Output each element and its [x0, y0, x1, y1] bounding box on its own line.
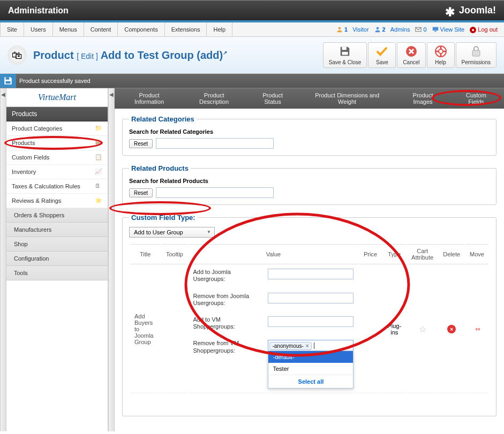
tag-anonymous: -anonymous- ×	[269, 342, 311, 350]
caret-icon	[314, 342, 314, 349]
row-tooltip	[161, 265, 187, 393]
menu-components[interactable]: Components	[118, 22, 164, 36]
save-close-button[interactable]: Save & Close	[323, 42, 367, 68]
floppy-icon	[339, 45, 351, 58]
title-bar: 🛍 Product [ Edit ] Add to Test Group (ad…	[0, 37, 504, 74]
help-button[interactable]: Help	[427, 42, 455, 68]
main-panel: Product Information Product Description …	[115, 88, 504, 431]
calc-icon: 🗓	[95, 182, 102, 190]
cancel-button[interactable]: Cancel	[397, 42, 425, 68]
related-categories-reset-button[interactable]: Reset	[129, 139, 153, 148]
menu-help[interactable]: Help	[207, 22, 232, 36]
add-vm-input[interactable]	[268, 316, 353, 327]
related-categories-label: Search for Related Categories	[129, 128, 490, 135]
col-title: Title	[130, 244, 160, 264]
chart-icon: 📈	[95, 168, 102, 176]
related-products-search-input[interactable]	[156, 187, 274, 198]
content-area: Related Categories Search for Related Ca…	[115, 109, 504, 431]
main-menu: Site Users Menus Content Components Exte…	[0, 22, 232, 36]
tab-product-status[interactable]: Product Status	[246, 88, 299, 109]
visitors-link[interactable]: 1 Visitor	[336, 26, 369, 33]
row-cart-attr: ☆	[407, 265, 438, 393]
tab-custom-fields[interactable]: Custom Fields	[450, 88, 502, 109]
custom-field-type-legend: Custom Field Type:	[129, 214, 198, 222]
remove-vm-input[interactable]: -anonymous- ×	[268, 340, 353, 352]
tag-remove-icon[interactable]: ×	[306, 343, 309, 349]
col-tooltip: Tooltip	[161, 244, 187, 264]
row-title: Add Buyers to Joomla Group	[130, 265, 160, 393]
sidebar-sub-shop[interactable]: Shop	[6, 237, 108, 252]
sidebar-item-products[interactable]: Products📦	[6, 136, 108, 150]
row-move: ⇔	[465, 265, 488, 393]
star-outline-icon[interactable]: ☆	[419, 325, 426, 334]
combo-option-tester[interactable]: Tester	[268, 363, 353, 375]
delete-icon[interactable]: ×	[447, 325, 456, 333]
combo-option-default[interactable]: -default-	[268, 351, 353, 363]
tab-product-dimensions[interactable]: Product Dimensions and Weight	[299, 88, 395, 109]
tab-product-information[interactable]: Product Information	[117, 88, 182, 109]
move-icon[interactable]: ⇔	[475, 325, 479, 333]
menu-content[interactable]: Content	[84, 22, 118, 36]
related-categories-fieldset: Related Categories Search for Related Ca…	[122, 115, 497, 156]
tab-product-images[interactable]: Product Images	[395, 88, 450, 109]
sidebar-item-product-categories[interactable]: Product Categories📁	[6, 121, 108, 136]
lock-icon	[471, 45, 482, 58]
menu-site[interactable]: Site	[0, 22, 24, 36]
save-success-icon	[0, 74, 16, 88]
svg-rect-6	[342, 52, 348, 55]
custom-field-type-dropdown[interactable]: Add to User Group	[129, 227, 215, 238]
permissions-button[interactable]: Permissions	[456, 42, 497, 68]
message-bar: Product successfully saved	[0, 74, 504, 88]
menu-menus[interactable]: Menus	[53, 22, 84, 36]
tab-product-description[interactable]: Product Description	[182, 88, 246, 109]
sidebar-header: Products	[6, 107, 108, 121]
sidebar-toggle-left[interactable]: ◀	[0, 88, 6, 431]
add-joomla-label: Add to Joomla Usergroups:	[193, 269, 261, 283]
combo-dropdown: -default- Tester Select all	[268, 351, 353, 389]
mail-icon	[415, 26, 422, 33]
tab-bar: Product Information Product Description …	[115, 88, 504, 109]
admins-link[interactable]: 2 Admins	[374, 26, 410, 33]
view-site-link[interactable]: View Site	[432, 26, 465, 33]
admin-icon	[374, 26, 381, 33]
product-icon: 🛍	[7, 45, 27, 65]
sidebar-sub-tools[interactable]: Tools	[6, 266, 108, 280]
col-price: Price	[359, 244, 381, 264]
logout-link[interactable]: ● Log out	[470, 26, 498, 33]
remove-joomla-input[interactable]	[268, 293, 353, 303]
sidebar: VirtueMart Products Product Categories📁 …	[6, 88, 108, 431]
top-bar: Site Users Menus Content Components Exte…	[0, 20, 504, 37]
menu-extensions[interactable]: Extensions	[165, 22, 207, 36]
sidebar-item-inventory[interactable]: Inventory📈	[6, 165, 108, 179]
folder-icon: 📁	[95, 125, 102, 132]
related-products-reset-button[interactable]: Reset	[129, 188, 153, 197]
combo-select-all[interactable]: Select all	[268, 375, 353, 388]
add-joomla-input[interactable]	[268, 269, 353, 279]
related-products-label: Search for Related Products	[129, 178, 490, 184]
save-button[interactable]: Save	[368, 42, 396, 68]
svg-point-1	[376, 27, 379, 30]
messages-link[interactable]: 0	[415, 26, 426, 33]
related-categories-search-input[interactable]	[156, 138, 274, 149]
related-categories-legend: Related Categories	[129, 115, 197, 123]
sidebar-item-taxes[interactable]: Taxes & Calculation Rules🗓	[6, 179, 108, 194]
sidebar-sub-configuration[interactable]: Configuration	[6, 252, 108, 266]
col-cart-attr: Cart Attribute	[407, 244, 438, 264]
status-area: 1 Visitor 2 Admins 0 View Site ● Log out	[330, 22, 504, 36]
remove-joomla-label: Remove from Joomla Usergroups:	[193, 293, 261, 307]
sidebar-item-reviews[interactable]: Reviews & Ratings⭐	[6, 194, 108, 208]
sidebar-item-custom-fields[interactable]: Custom Fields📋	[6, 150, 108, 165]
sidebar-sub-manufacturers[interactable]: Manufacturers	[6, 223, 108, 237]
svg-rect-5	[342, 47, 347, 50]
menu-users[interactable]: Users	[24, 22, 53, 36]
check-icon	[375, 45, 388, 58]
joomla-icon	[445, 5, 456, 16]
row-value: Add to Joomla Usergroups: Remove from Jo…	[189, 265, 358, 393]
sidebar-sub-orders[interactable]: Orders & Shoppers	[6, 208, 108, 223]
external-icon[interactable]: ↗	[223, 50, 227, 56]
monitor-icon	[432, 26, 439, 33]
header-title: Administration	[8, 6, 69, 16]
related-products-fieldset: Related Products Search for Related Prod…	[122, 164, 497, 205]
sidebar-toggle-right[interactable]: ◀	[108, 88, 115, 431]
cancel-icon	[405, 45, 417, 58]
